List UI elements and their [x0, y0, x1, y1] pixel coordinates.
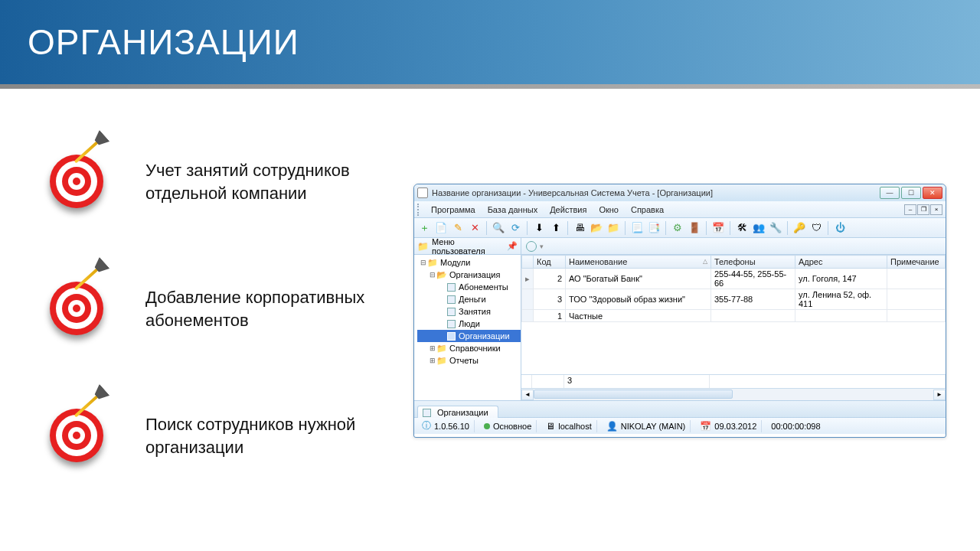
target-icon: [46, 392, 122, 461]
bullet-text: Добавление корпоративных абонементов: [145, 265, 383, 331]
document-icon: [423, 409, 431, 417]
mdi-restore-button[interactable]: ❐: [917, 204, 929, 215]
plugins-icon[interactable]: ⚙: [671, 221, 684, 235]
status-time: 00:00:00:098: [766, 420, 825, 432]
tree-item-organizations[interactable]: Организации: [417, 330, 521, 342]
refresh-icon[interactable]: ⟳: [508, 221, 522, 235]
tree-node-organization[interactable]: ⊟📂Организация: [417, 269, 521, 281]
summary-count: 3: [564, 375, 710, 388]
power-icon[interactable]: ⏻: [833, 221, 847, 235]
menu-help[interactable]: Справка: [625, 205, 670, 214]
mdi-close-button[interactable]: ×: [930, 204, 942, 215]
user-icon: 👤: [606, 421, 618, 432]
row-indicator-icon: ▸: [522, 269, 534, 289]
slide-title: ОРГАНИЗАЦИИ: [28, 21, 299, 63]
edit-icon[interactable]: ✎: [451, 221, 465, 235]
header-underline: [0, 84, 980, 89]
close-button[interactable]: ✕: [923, 187, 942, 199]
bullet-text: Поиск сотрудников нужной организации: [145, 392, 383, 458]
menu-program[interactable]: Программа: [425, 205, 482, 214]
calendar-icon[interactable]: 📅: [711, 221, 725, 235]
maximize-button[interactable]: ☐: [901, 187, 921, 199]
calendar-icon: 📅: [700, 421, 711, 432]
app-icon: [417, 187, 428, 198]
status-host: 🖥 localhost: [541, 420, 596, 432]
tree: ⊟📁Модули ⊟📂Организация Абонементы Деньги…: [414, 255, 521, 368]
server-icon: 🖥: [546, 421, 555, 432]
online-icon: [484, 423, 490, 429]
export-icon[interactable]: ⬇: [532, 221, 546, 235]
folder-open-icon[interactable]: 📂: [590, 221, 603, 235]
menu-actions[interactable]: Действия: [544, 205, 593, 214]
lock-icon[interactable]: 🛡: [809, 221, 823, 235]
bullet-item: Учет занятий сотрудников отдельной компа…: [46, 138, 383, 207]
mdi-minimize-button[interactable]: –: [904, 204, 916, 215]
col-note[interactable]: Примечание: [887, 256, 946, 269]
status-connection: Основное: [479, 420, 537, 432]
tree-item-people[interactable]: Люди: [417, 318, 521, 330]
tools-icon[interactable]: 🛠: [735, 221, 749, 235]
grid-summary: 3: [521, 374, 946, 388]
tree-node-modules[interactable]: ⊟📁Модули: [417, 256, 521, 269]
tree-item-money[interactable]: Деньги: [417, 293, 521, 305]
grid-pane: ▾ Код Наименование△ Телефоны Адрес Приме…: [521, 238, 946, 400]
table-row[interactable]: 3 ТОО "Здоровый образ жизни" 355-77-88 у…: [522, 289, 946, 310]
toolbar: ＋ 📄 ✎ ✕ 🔍 ⟳ ⬇ ⬆ 🖶 📂 📁 📃 📑 ⚙ 🚪 📅 🛠 👥 🔧 🔑 …: [414, 218, 946, 238]
copy-icon[interactable]: 📄: [434, 221, 448, 235]
target-icon: [46, 265, 122, 334]
sidebar: 📁 Меню пользователя 📌 ⊟📁Модули ⊟📂Организ…: [414, 238, 521, 400]
titlebar[interactable]: Название организации - Универсальная Сис…: [414, 184, 946, 201]
tree-node-reports[interactable]: ⊞📁Отчеты: [417, 354, 521, 367]
tree-item-subscriptions[interactable]: Абонементы: [417, 281, 521, 293]
status-date: 📅 09.03.2012: [695, 420, 762, 432]
folder-icon[interactable]: 📁: [606, 221, 620, 235]
tree-node-references[interactable]: ⊞📁Справочники: [417, 342, 521, 354]
status-version: ⓘ 1.0.56.10: [417, 420, 475, 432]
settings-icon[interactable]: 🔧: [769, 221, 782, 235]
search-icon[interactable]: 🔍: [492, 221, 505, 235]
data-grid[interactable]: Код Наименование△ Телефоны Адрес Примеча…: [521, 255, 946, 374]
key-icon[interactable]: 🔑: [792, 221, 806, 235]
tab-organizations[interactable]: Организации: [417, 406, 498, 418]
sidebar-title: Меню пользователя: [432, 237, 507, 256]
col-phones[interactable]: Телефоны: [711, 256, 795, 269]
col-code[interactable]: Код: [534, 256, 566, 269]
grid-toolbar: ▾: [521, 238, 946, 255]
col-name[interactable]: Наименование△: [566, 256, 711, 269]
horizontal-scrollbar[interactable]: ◄ ►: [521, 388, 946, 400]
minimize-button[interactable]: —: [880, 187, 900, 199]
row-indicator-header: [522, 256, 534, 269]
sidebar-header: 📁 Меню пользователя 📌: [414, 238, 521, 255]
menu-database[interactable]: База данных: [482, 205, 544, 214]
window-title: Название организации - Универсальная Сис…: [432, 188, 880, 197]
doc-open-icon[interactable]: 📑: [647, 221, 661, 235]
bullet-list: Учет занятий сотрудников отдельной компа…: [46, 138, 383, 519]
delete-icon[interactable]: ✕: [468, 221, 482, 235]
scrollbar-thumb[interactable]: [534, 390, 733, 399]
add-icon[interactable]: ＋: [417, 221, 431, 235]
scroll-left-icon[interactable]: ◄: [521, 390, 534, 400]
bullet-text: Учет занятий сотрудников отдельной компа…: [145, 138, 383, 204]
toolbar-grip-icon[interactable]: [417, 204, 422, 216]
door-exit-icon[interactable]: 🚪: [688, 221, 701, 235]
doc-new-icon[interactable]: 📃: [630, 221, 644, 235]
pin-icon[interactable]: 📌: [507, 241, 518, 251]
bullet-item: Поиск сотрудников нужной организации: [46, 392, 383, 461]
import-icon[interactable]: ⬆: [549, 221, 563, 235]
document-tabstrip: Организации: [414, 400, 946, 417]
users-icon[interactable]: 👥: [752, 221, 766, 235]
tree-item-classes[interactable]: Занятия: [417, 305, 521, 318]
scroll-right-icon[interactable]: ►: [933, 390, 946, 400]
print-icon[interactable]: 🖶: [573, 221, 586, 235]
dropdown-arrow-icon[interactable]: ▾: [540, 243, 544, 250]
app-window: Название организации - Универсальная Сис…: [413, 184, 946, 438]
status-user: 👤 NIKOLAY (MAIN): [602, 420, 691, 432]
history-icon[interactable]: [526, 241, 537, 252]
target-icon: [46, 138, 122, 207]
table-row[interactable]: ▸ 2 АО "Богатый Банк" 255-44-55, 255-55-…: [522, 269, 946, 289]
info-icon: ⓘ: [422, 419, 431, 432]
col-address[interactable]: Адрес: [795, 256, 887, 269]
menu-window[interactable]: Окно: [593, 205, 625, 214]
table-row[interactable]: 1 Частные: [522, 310, 946, 322]
slide-header: ОРГАНИЗАЦИИ: [0, 0, 980, 84]
